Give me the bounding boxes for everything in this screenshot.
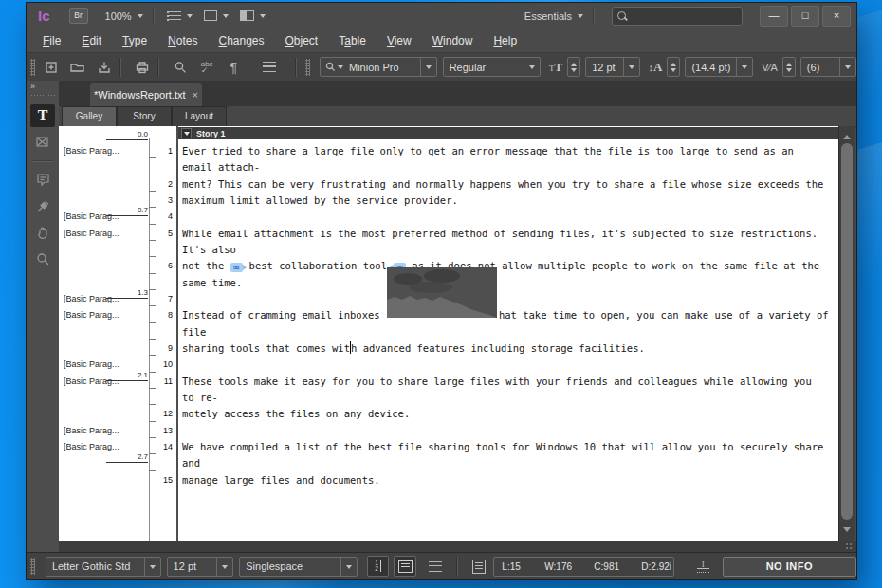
print-button[interactable] <box>132 57 153 78</box>
search-input[interactable] <box>632 8 740 25</box>
menu-window[interactable]: Window <box>422 34 484 47</box>
galley-text[interactable]: It's also <box>182 242 236 258</box>
new-document-button[interactable] <box>41 57 62 78</box>
zoom-tool[interactable] <box>30 248 55 270</box>
font-size-select[interactable]: 12 pt <box>585 57 639 77</box>
eyedropper-tool[interactable] <box>30 194 55 217</box>
collapse-panel-icon[interactable]: » <box>30 82 34 91</box>
panel-grip[interactable] <box>30 558 35 575</box>
menu-type[interactable]: Type <box>112 34 157 47</box>
position-tool[interactable] <box>30 131 55 154</box>
save-button[interactable] <box>94 57 115 78</box>
galley-text[interactable]: file <box>182 324 206 340</box>
tracking-select[interactable]: (6) <box>800 57 856 77</box>
line-spacing-select[interactable]: Singlespace <box>239 557 358 577</box>
scrollbar-thumb[interactable] <box>841 143 853 520</box>
leading-icon: ↕A <box>649 60 663 75</box>
frame-grid-dropdown[interactable] <box>204 10 229 21</box>
paragraph-style-label: [Basic Parag... <box>64 146 119 156</box>
resize-grip[interactable] <box>845 542 854 551</box>
menu-view[interactable]: View <box>377 34 422 47</box>
paragraph-styles-toggle[interactable] <box>394 556 416 577</box>
panel-grip[interactable] <box>30 59 35 76</box>
galley-text[interactable]: to re- <box>182 390 218 406</box>
workspace-switcher[interactable]: Essentials <box>524 10 583 22</box>
scroll-up-icon[interactable] <box>843 131 851 139</box>
galley-row: It's also <box>59 242 838 258</box>
menu-edit[interactable]: Edit <box>71 34 112 47</box>
menu-notes[interactable]: Notes <box>157 34 208 47</box>
menu-table[interactable]: Table <box>328 34 377 47</box>
chevron-down-icon <box>623 58 639 76</box>
font-family-select[interactable]: Minion Pro <box>320 57 437 77</box>
leading-value: (14.4 pt) <box>686 62 736 73</box>
tab-layout[interactable]: Layout <box>172 106 227 126</box>
collapse-triangle-icon[interactable] <box>181 128 192 138</box>
minimize-button[interactable]: — <box>760 6 788 27</box>
galley-area: 0.0 Story 1 [Basic Parag...1Ever tried t… <box>59 126 838 541</box>
toolbar-menu-button[interactable] <box>259 57 280 78</box>
menu-help[interactable]: Help <box>483 34 527 47</box>
tab-galley[interactable]: Galley <box>62 106 117 126</box>
search-box[interactable] <box>612 7 743 26</box>
font-size-icon: TT <box>549 60 562 75</box>
note-anchor-icon[interactable]: ∞ <box>230 263 249 272</box>
font-style-select[interactable]: Regular <box>443 57 541 77</box>
menu-object[interactable]: Object <box>275 34 329 47</box>
ruler-tick <box>149 157 156 158</box>
stat-words: W:176 <box>544 561 594 572</box>
galley-row: 2ment? This can be very frustrating and … <box>59 176 838 193</box>
view-options-dropdown[interactable] <box>164 10 193 21</box>
story-header[interactable]: Story 1 <box>178 127 838 139</box>
stat-line: L:15 <box>502 561 544 572</box>
galley-text[interactable]: maximum limit allowed by the service pro… <box>182 193 458 209</box>
galley-text[interactable]: same time. <box>182 275 242 291</box>
window-controls: — □ × <box>760 6 851 27</box>
leading-stepper[interactable] <box>667 57 680 77</box>
type-tool[interactable]: T <box>30 104 55 127</box>
scroll-down-icon[interactable] <box>843 527 851 536</box>
leading-select[interactable]: (14.4 pt) <box>685 57 753 77</box>
galley-text[interactable]: email attach- <box>182 159 260 175</box>
tracking-stepper[interactable] <box>782 57 796 77</box>
bridge-button[interactable]: Br <box>69 8 88 24</box>
statusbar-menu-button[interactable] <box>424 556 447 577</box>
line-numbers-toggle[interactable]: 12 <box>367 556 390 577</box>
document-tab[interactable]: *WindowsReport.txt × <box>90 83 202 106</box>
font-size-stepper[interactable] <box>567 57 580 77</box>
screen-mode-dropdown[interactable] <box>240 10 266 21</box>
galley-text[interactable]: Instead of cramming email inboxes hat ta… <box>182 307 829 323</box>
galley-text[interactable]: We have compiled a list of the best file… <box>182 439 823 455</box>
open-button[interactable] <box>67 57 88 78</box>
note-tool[interactable] <box>30 168 55 191</box>
galley-text[interactable]: ment? This can be very frustrating and n… <box>182 176 823 193</box>
search-button[interactable] <box>170 57 191 78</box>
menu-file[interactable]: File <box>32 34 71 47</box>
galley-text[interactable]: and <box>182 455 200 471</box>
galley-text[interactable]: Ever tried to share a large file only to… <box>182 143 794 159</box>
zoom-level-dropdown[interactable]: 100% <box>105 10 143 22</box>
galley-font-select[interactable]: Letter Gothic Std <box>46 557 161 577</box>
show-hidden-characters-button[interactable]: ¶ <box>223 57 244 78</box>
spell-check-button[interactable]: abc✓ <box>196 57 217 78</box>
divider <box>157 58 159 77</box>
panel-grip[interactable] <box>30 94 55 98</box>
galley-text[interactable]: motely access the files on any device. <box>182 406 410 422</box>
line-number: 3 <box>152 195 173 205</box>
close-button[interactable]: × <box>822 6 851 27</box>
galley-text[interactable]: sharing tools that comes with advanced f… <box>182 340 645 357</box>
panel-grip[interactable] <box>305 59 310 76</box>
galley-text[interactable]: While email attachment is the most prefe… <box>182 226 818 242</box>
tab-story[interactable]: Story <box>117 106 172 126</box>
galley-text[interactable]: not the ∞best collaboration tool∞ as it … <box>182 258 819 274</box>
galley-text[interactable]: These tools make it easy for you to shar… <box>182 374 812 390</box>
close-tab-icon[interactable]: × <box>193 89 198 101</box>
screen-mode-icon <box>240 10 254 21</box>
galley-size-select[interactable]: 12 pt <box>167 557 234 577</box>
maximize-button[interactable]: □ <box>791 6 819 27</box>
hand-tool[interactable] <box>30 221 55 244</box>
vertical-scrollbar[interactable] <box>838 126 855 541</box>
ruler-tick <box>149 339 156 340</box>
menu-changes[interactable]: Changes <box>208 34 274 47</box>
galley-text[interactable]: manage large files and documents. <box>182 472 380 488</box>
